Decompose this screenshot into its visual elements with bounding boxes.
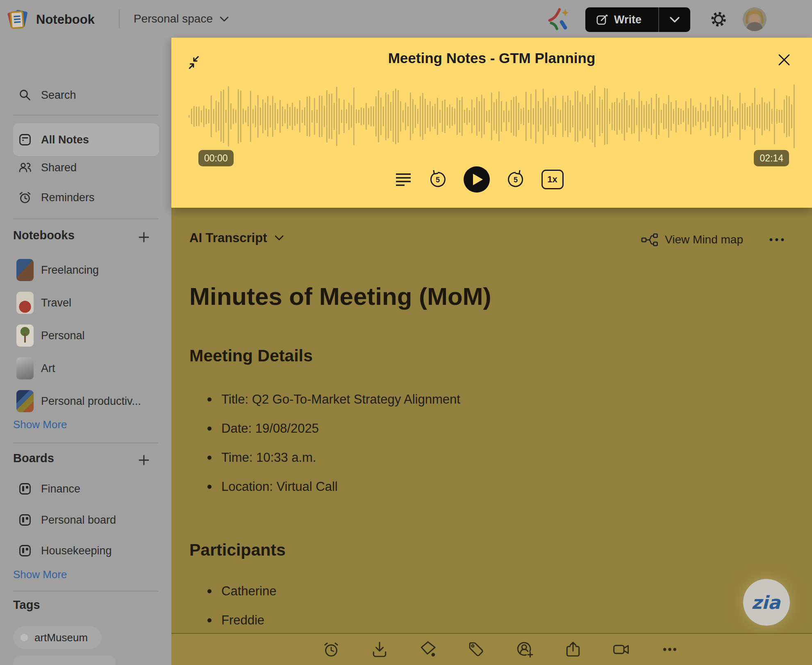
notebook-label: Travel xyxy=(41,297,71,309)
tag-pill-partial[interactable] xyxy=(13,656,116,665)
boards-show-more[interactable]: Show More xyxy=(13,568,67,581)
rewind-5-icon[interactable]: 5 xyxy=(428,170,447,189)
download-icon[interactable] xyxy=(371,640,389,658)
workspace-selector[interactable]: Personal space xyxy=(134,12,229,25)
board-icon xyxy=(18,513,32,527)
sidebar: Search All Notes Shared xyxy=(0,38,171,665)
duration-badge: 02:14 xyxy=(754,150,789,166)
notebook-item-freelancing[interactable]: Freelancing xyxy=(0,254,171,286)
note-icon xyxy=(18,133,32,147)
transcript-lines-icon[interactable] xyxy=(395,172,412,187)
note-title: Minutes of Meeting (MoM) xyxy=(189,282,491,311)
sidebar-divider xyxy=(13,591,158,592)
notebook-item-art[interactable]: Art xyxy=(0,352,171,385)
workspace-label: Personal space xyxy=(134,12,213,25)
svg-text:5: 5 xyxy=(435,176,439,184)
board-icon xyxy=(18,544,32,558)
play-button[interactable] xyxy=(464,166,490,193)
zia-assistant-button[interactable]: zia xyxy=(743,579,790,626)
zia-logo: zia xyxy=(749,590,784,615)
sidebar-item-all-notes[interactable]: All Notes xyxy=(0,127,171,153)
notebook-label: Freelancing xyxy=(41,264,99,277)
notebook-cover xyxy=(16,390,34,412)
board-item-personal-board[interactable]: Personal board xyxy=(0,507,171,533)
share-icon[interactable] xyxy=(564,640,582,658)
notebook-label: Personal xyxy=(41,329,85,342)
all-notes-label: All Notes xyxy=(41,134,89,146)
more-options-icon[interactable] xyxy=(769,238,785,242)
board-label: Finance xyxy=(41,483,80,495)
notebook-cover xyxy=(16,357,34,379)
alarm-clock-icon xyxy=(18,191,32,204)
section-heading-meeting-details: Meeting Details xyxy=(189,346,313,365)
chevron-down-icon xyxy=(669,16,680,23)
list-item: Location: Virtual Call xyxy=(189,472,460,501)
add-board-button[interactable] xyxy=(138,454,150,466)
mindmap-row: View Mind map xyxy=(641,232,785,247)
settings-gear-icon[interactable] xyxy=(709,9,728,29)
board-item-housekeeping[interactable]: Housekeeping xyxy=(0,538,171,564)
mind-map-icon[interactable] xyxy=(641,232,658,247)
tags-section-title: Tags xyxy=(13,598,40,612)
app-title: Notebook xyxy=(36,12,95,27)
note-content-area: AI Transcript View Mind map Minutes of M… xyxy=(171,208,812,665)
participants-list: Catherine Freddie xyxy=(189,576,276,635)
tag-icon[interactable] xyxy=(467,640,485,658)
audio-player-card: Meeting Notes - GTM Planning 00:00 02:14… xyxy=(171,38,812,208)
tag-label: artMuseum xyxy=(34,631,88,644)
tag-pill-artmuseum[interactable]: artMuseum xyxy=(13,626,102,649)
notebook-item-personal-productivity[interactable]: Personal productiv... xyxy=(0,385,171,418)
chevron-down-icon xyxy=(219,16,229,22)
sidebar-item-reminders[interactable]: Reminders xyxy=(0,184,171,211)
close-icon[interactable] xyxy=(776,52,792,68)
boards-section-title: Boards xyxy=(13,452,54,465)
sidebar-item-shared[interactable]: Shared xyxy=(0,154,171,181)
search-label: Search xyxy=(41,89,76,102)
board-label: Personal board xyxy=(41,514,116,527)
svg-text:zia: zia xyxy=(751,592,781,613)
transcript-mode-label: AI Transcript xyxy=(189,231,267,245)
list-item: Date: 19/08/2025 xyxy=(189,414,460,443)
notebook-label: Art xyxy=(41,362,55,375)
player-title: Meeting Notes - GTM Planning xyxy=(171,50,812,66)
zia-sparkle-icon[interactable] xyxy=(548,7,571,30)
board-icon xyxy=(18,482,32,496)
more-options-icon[interactable] xyxy=(661,640,679,658)
notebook-logo-icon xyxy=(5,7,30,31)
playback-speed-button[interactable]: 1x xyxy=(541,170,564,189)
write-button[interactable]: Write xyxy=(585,7,690,32)
view-mindmap-link[interactable]: View Mind map xyxy=(665,233,743,246)
sidebar-divider xyxy=(13,443,158,443)
write-label: Write xyxy=(614,14,641,26)
notebooks-section-title: Notebooks xyxy=(13,229,75,242)
meeting-details-list: Title: Q2 Go-To-Market Strategy Alignmen… xyxy=(189,385,460,501)
write-button-main[interactable]: Write xyxy=(585,7,658,32)
notebooks-show-more[interactable]: Show More xyxy=(13,418,67,431)
sidebar-divider xyxy=(13,115,158,116)
note-color-icon[interactable] xyxy=(419,640,437,658)
video-camera-icon[interactable] xyxy=(612,640,630,658)
user-avatar[interactable] xyxy=(743,7,767,31)
transcript-mode-dropdown[interactable]: AI Transcript xyxy=(189,231,284,245)
board-item-finance[interactable]: Finance xyxy=(0,476,171,502)
notebook-cover xyxy=(16,292,34,314)
notebook-item-personal[interactable]: Personal xyxy=(0,319,171,352)
add-collaborator-icon[interactable] xyxy=(516,640,534,658)
notebook-item-travel[interactable]: Travel xyxy=(0,286,171,319)
note-toolbar xyxy=(171,633,812,665)
topbar-divider xyxy=(119,9,120,28)
audio-waveform[interactable] xyxy=(188,80,796,152)
chevron-down-icon xyxy=(274,235,284,241)
forward-5-icon[interactable]: 5 xyxy=(506,170,525,189)
sidebar-divider xyxy=(13,218,158,219)
reminder-alarm-icon[interactable] xyxy=(322,640,340,658)
svg-text:5: 5 xyxy=(513,176,517,184)
elapsed-time-badge: 00:00 xyxy=(198,150,234,166)
write-dropdown-button[interactable] xyxy=(659,7,690,32)
list-item: Freddie xyxy=(189,606,276,635)
add-notebook-button[interactable] xyxy=(138,231,150,243)
reminders-label: Reminders xyxy=(41,191,95,204)
tag-dot-icon xyxy=(20,634,28,641)
sidebar-search[interactable]: Search xyxy=(0,82,171,108)
notebook-label: Personal productiv... xyxy=(41,395,141,408)
